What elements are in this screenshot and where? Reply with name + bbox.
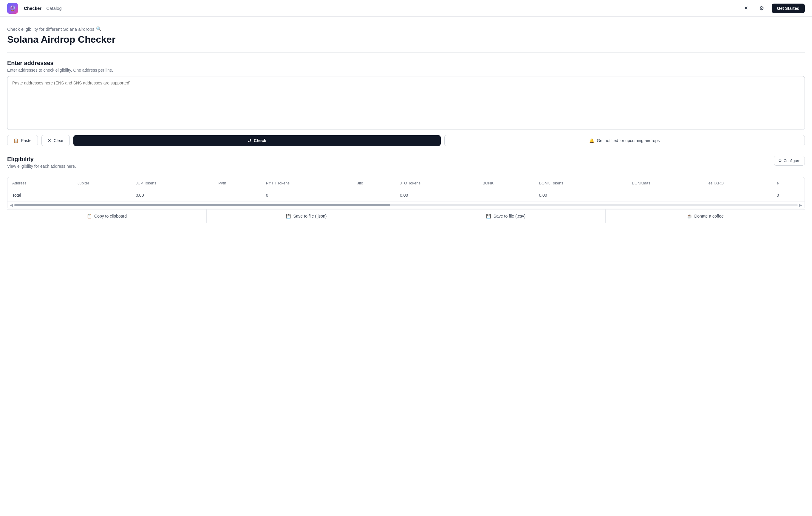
addresses-title: Enter addresses [7,60,805,66]
addresses-section: Enter addresses Enter addresses to check… [7,60,805,146]
col-bonk-tokens: BONK Tokens [534,177,627,189]
paste-button[interactable]: 📋 Paste [7,135,38,146]
cell-eshxro-val [704,189,772,201]
cell-extra-val: 0 [772,189,805,201]
logo-emoji: 🔮 [9,5,16,11]
header: 🔮 Checker Catalog ✕ ⚙ Get Started [0,0,812,17]
eligibility-table-wrapper: Address Jupiter JUP Tokens Pyth PYTH Tok… [7,177,805,209]
nav-item-checker[interactable]: Checker [24,6,41,11]
scrollbar-thumb [14,204,390,206]
paste-label: Paste [21,138,32,143]
copy-clipboard-button[interactable]: 📋 Copy to clipboard [7,210,207,223]
twitter-button[interactable]: ✕ [741,3,751,14]
col-jto-tokens: JTO Tokens [395,177,478,189]
save-json-label: Save to file (.json) [293,214,326,218]
scroll-right-icon: ▶ [799,202,802,208]
eligibility-table: Address Jupiter JUP Tokens Pyth PYTH Tok… [7,177,805,201]
cell-jto-tokens-val: 0.00 [395,189,478,201]
save-json-icon: 💾 [286,214,291,218]
cell-jito-val [352,189,396,201]
save-csv-icon: 💾 [486,214,491,218]
cell-bonk-tokens-val: 0.00 [534,189,627,201]
eligibility-description: View eligibility for each address here. [7,164,76,169]
check-button[interactable]: ⇄ Check [74,135,440,146]
configure-button[interactable]: ⚙ Configure [774,156,805,166]
cell-pyth-val [213,189,261,201]
cell-jup-tokens-val: 0.00 [131,189,213,201]
hero-subtitle: Check eligibility for different Solana a… [7,26,805,32]
table-header-row: Address Jupiter JUP Tokens Pyth PYTH Tok… [7,177,805,189]
donate-icon: ☕ [687,214,692,218]
eligibility-title: Eligibility [7,156,76,163]
addresses-description: Enter addresses to check eligibility. On… [7,68,805,73]
col-extra: e [772,177,805,189]
eligibility-header: Eligibility View eligibility for each ad… [7,156,805,172]
check-label: Check [254,138,266,143]
paste-icon: 📋 [13,138,19,143]
col-jup-tokens: JUP Tokens [131,177,213,189]
footer-row: 📋 Copy to clipboard 💾 Save to file (.jso… [7,209,805,223]
cell-bonkmas-val [627,189,704,201]
settings-icon: ⚙ [759,5,764,11]
addresses-textarea[interactable] [7,76,805,130]
save-csv-button[interactable]: 💾 Save to file (.csv) [406,210,606,223]
col-bonkmas: BONKmas [627,177,704,189]
clear-x-icon: ✕ [48,138,51,143]
eligibility-title-group: Eligibility View eligibility for each ad… [7,156,76,172]
col-jupiter: Jupiter [73,177,131,189]
clear-button[interactable]: ✕ Clear [41,135,70,146]
divider [7,52,805,53]
horizontal-scrollbar[interactable]: ◀ ▶ [7,201,805,209]
col-pyth-tokens: PYTH Tokens [261,177,352,189]
nav-item-catalog[interactable]: Catalog [46,6,62,11]
donate-button[interactable]: ☕ Donate a coffee [606,210,805,223]
get-started-button[interactable]: Get Started [772,4,805,13]
donate-label: Donate a coffee [694,214,724,218]
eligibility-section: Eligibility View eligibility for each ad… [7,156,805,223]
copy-icon: 📋 [87,214,92,218]
col-jito: Jito [352,177,396,189]
notify-label: Get notified for upcoming airdrops [597,138,660,143]
action-row: 📋 Paste ✕ Clear ⇄ Check 🔔 Get notified f… [7,135,805,146]
cell-bonk-val [478,189,534,201]
save-json-button[interactable]: 💾 Save to file (.json) [207,210,406,223]
configure-icon: ⚙ [778,159,782,163]
col-bonk: BONK [478,177,534,189]
page-title: Solana Airdrop Checker [7,34,805,45]
cell-total-label: Total [7,189,73,201]
subtitle-text: Check eligibility for different Solana a… [7,27,94,32]
search-icon: 🔍 [96,26,102,32]
table-row: Total 0.00 0 0.00 0.00 0 [7,189,805,201]
col-address: Address [7,177,73,189]
settings-button[interactable]: ⚙ [756,3,767,14]
clear-label: Clear [54,138,63,143]
main-content: Check eligibility for different Solana a… [0,17,812,223]
cell-pyth-tokens-val: 0 [261,189,352,201]
header-right: ✕ ⚙ Get Started [741,3,805,14]
col-eshxro: esHXRO [704,177,772,189]
notify-button[interactable]: 🔔 Get notified for upcoming airdrops [444,135,805,146]
save-csv-label: Save to file (.csv) [494,214,525,218]
scrollbar-track[interactable] [14,204,798,206]
cell-jupiter-val [73,189,131,201]
bell-icon: 🔔 [589,138,594,143]
twitter-icon: ✕ [744,5,748,11]
col-pyth: Pyth [213,177,261,189]
configure-label: Configure [784,159,801,163]
main-nav: Checker Catalog [24,6,62,11]
scroll-left-icon: ◀ [10,202,13,208]
check-icon: ⇄ [248,138,251,143]
copy-label: Copy to clipboard [94,214,127,218]
app-logo: 🔮 [7,3,18,14]
